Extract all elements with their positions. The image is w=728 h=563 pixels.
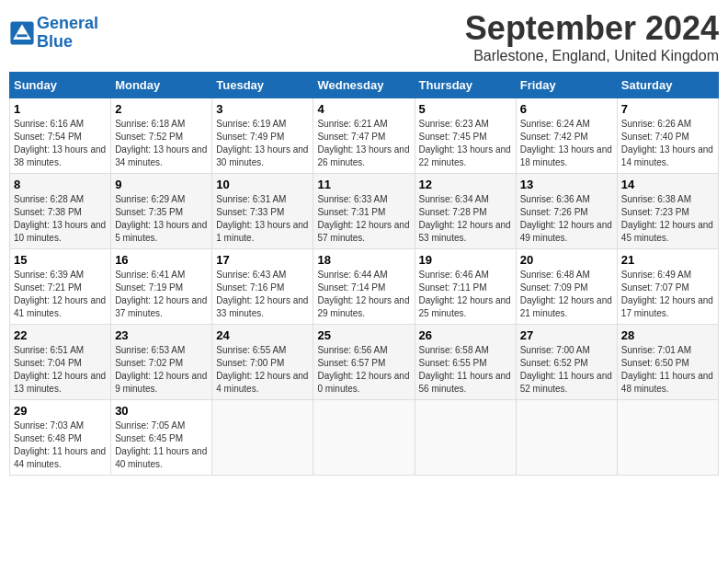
logo-blue: Blue: [37, 32, 73, 51]
day-info: Sunrise: 6:44 AM Sunset: 7:14 PM Dayligh…: [317, 269, 410, 320]
day-info: Sunrise: 6:36 AM Sunset: 7:26 PM Dayligh…: [520, 193, 613, 245]
day-number: 26: [419, 328, 512, 342]
calendar-cell: 14 Sunrise: 6:38 AM Sunset: 7:23 PM Dayl…: [617, 174, 718, 249]
day-info: Sunrise: 6:33 AM Sunset: 7:31 PM Dayligh…: [317, 193, 410, 245]
day-info: Sunrise: 6:51 AM Sunset: 7:04 PM Dayligh…: [14, 344, 107, 396]
day-number: 3: [216, 102, 309, 116]
week-row-5: 29 Sunrise: 7:03 AM Sunset: 6:48 PM Dayl…: [10, 400, 719, 476]
day-number: 8: [14, 178, 107, 191]
day-number: 20: [520, 253, 613, 267]
day-info: Sunrise: 7:00 AM Sunset: 6:52 PM Dayligh…: [520, 344, 613, 396]
calendar-cell: 22 Sunrise: 6:51 AM Sunset: 7:04 PM Dayl…: [10, 325, 111, 400]
calendar-cell: 9 Sunrise: 6:29 AM Sunset: 7:35 PM Dayli…: [111, 174, 212, 249]
day-number: 30: [115, 404, 208, 418]
day-info: Sunrise: 6:21 AM Sunset: 7:47 PM Dayligh…: [317, 118, 410, 169]
calendar-cell: 29 Sunrise: 7:03 AM Sunset: 6:48 PM Dayl…: [10, 400, 111, 476]
logo-icon: [9, 20, 35, 46]
calendar-cell: 3 Sunrise: 6:19 AM Sunset: 7:49 PM Dayli…: [212, 98, 313, 174]
weekday-header-monday: Monday: [111, 73, 212, 98]
day-info: Sunrise: 6:41 AM Sunset: 7:19 PM Dayligh…: [115, 269, 208, 320]
weekday-header-saturday: Saturday: [617, 73, 718, 98]
day-number: 14: [621, 178, 714, 191]
day-info: Sunrise: 6:34 AM Sunset: 7:28 PM Dayligh…: [419, 193, 512, 245]
calendar-cell: 30 Sunrise: 7:05 AM Sunset: 6:45 PM Dayl…: [111, 400, 212, 476]
day-number: 10: [216, 178, 309, 191]
calendar-cell: 26 Sunrise: 6:58 AM Sunset: 6:55 PM Dayl…: [415, 325, 516, 400]
calendar-cell: [617, 400, 718, 476]
calendar-cell: 20 Sunrise: 6:48 AM Sunset: 7:09 PM Dayl…: [516, 249, 617, 325]
day-number: 28: [621, 328, 714, 342]
day-info: Sunrise: 6:24 AM Sunset: 7:42 PM Dayligh…: [520, 118, 613, 169]
weekday-header-wednesday: Wednesday: [313, 73, 415, 98]
calendar-cell: 8 Sunrise: 6:28 AM Sunset: 7:38 PM Dayli…: [10, 174, 111, 249]
day-number: 16: [115, 253, 208, 267]
calendar-cell: 2 Sunrise: 6:18 AM Sunset: 7:52 PM Dayli…: [111, 98, 212, 174]
weekday-header-sunday: Sunday: [10, 73, 111, 98]
svg-rect-2: [17, 34, 27, 37]
day-info: Sunrise: 6:43 AM Sunset: 7:16 PM Dayligh…: [216, 269, 309, 320]
location: Barlestone, England, United Kingdom: [465, 48, 719, 64]
day-info: Sunrise: 6:58 AM Sunset: 6:55 PM Dayligh…: [419, 344, 512, 396]
day-number: 22: [14, 328, 107, 342]
day-number: 18: [317, 253, 410, 267]
week-row-3: 15 Sunrise: 6:39 AM Sunset: 7:21 PM Dayl…: [10, 249, 719, 325]
day-info: Sunrise: 6:39 AM Sunset: 7:21 PM Dayligh…: [14, 269, 107, 320]
day-info: Sunrise: 6:16 AM Sunset: 7:54 PM Dayligh…: [14, 118, 107, 169]
day-number: 7: [621, 102, 714, 116]
calendar-cell: [415, 400, 516, 476]
calendar-cell: [212, 400, 313, 476]
day-info: Sunrise: 6:55 AM Sunset: 7:00 PM Dayligh…: [216, 344, 309, 396]
calendar-cell: 11 Sunrise: 6:33 AM Sunset: 7:31 PM Dayl…: [313, 174, 415, 249]
calendar-cell: 4 Sunrise: 6:21 AM Sunset: 7:47 PM Dayli…: [313, 98, 415, 174]
day-info: Sunrise: 6:46 AM Sunset: 7:11 PM Dayligh…: [419, 269, 512, 320]
day-info: Sunrise: 6:31 AM Sunset: 7:33 PM Dayligh…: [216, 193, 309, 245]
day-info: Sunrise: 6:19 AM Sunset: 7:49 PM Dayligh…: [216, 118, 309, 169]
calendar-cell: 19 Sunrise: 6:46 AM Sunset: 7:11 PM Dayl…: [415, 249, 516, 325]
calendar-cell: 21 Sunrise: 6:49 AM Sunset: 7:07 PM Dayl…: [617, 249, 718, 325]
calendar-cell: 18 Sunrise: 6:44 AM Sunset: 7:14 PM Dayl…: [313, 249, 415, 325]
calendar-cell: 23 Sunrise: 6:53 AM Sunset: 7:02 PM Dayl…: [111, 325, 212, 400]
calendar-cell: 25 Sunrise: 6:56 AM Sunset: 6:57 PM Dayl…: [313, 325, 415, 400]
calendar-cell: 16 Sunrise: 6:41 AM Sunset: 7:19 PM Dayl…: [111, 249, 212, 325]
weekday-header-thursday: Thursday: [415, 73, 516, 98]
logo: General Blue: [9, 15, 98, 52]
day-number: 13: [520, 178, 613, 191]
day-info: Sunrise: 6:53 AM Sunset: 7:02 PM Dayligh…: [115, 344, 208, 396]
day-number: 2: [115, 102, 208, 116]
day-number: 12: [419, 178, 512, 191]
calendar-cell: 24 Sunrise: 6:55 AM Sunset: 7:00 PM Dayl…: [212, 325, 313, 400]
day-number: 24: [216, 328, 309, 342]
day-info: Sunrise: 6:26 AM Sunset: 7:40 PM Dayligh…: [621, 118, 714, 169]
day-info: Sunrise: 6:49 AM Sunset: 7:07 PM Dayligh…: [621, 269, 714, 320]
day-info: Sunrise: 6:38 AM Sunset: 7:23 PM Dayligh…: [621, 193, 714, 245]
day-number: 6: [520, 102, 613, 116]
day-number: 21: [621, 253, 714, 267]
header: General Blue September 2024 Barlestone, …: [9, 9, 719, 64]
weekday-header-friday: Friday: [516, 73, 617, 98]
calendar-cell: 27 Sunrise: 7:00 AM Sunset: 6:52 PM Dayl…: [516, 325, 617, 400]
calendar-cell: 28 Sunrise: 7:01 AM Sunset: 6:50 PM Dayl…: [617, 325, 718, 400]
day-number: 15: [14, 253, 107, 267]
logo-general: General: [37, 14, 98, 32]
calendar-cell: [313, 400, 415, 476]
day-number: 17: [216, 253, 309, 267]
calendar-cell: 7 Sunrise: 6:26 AM Sunset: 7:40 PM Dayli…: [617, 98, 718, 174]
calendar-cell: 5 Sunrise: 6:23 AM Sunset: 7:45 PM Dayli…: [415, 98, 516, 174]
day-number: 1: [14, 102, 107, 116]
day-info: Sunrise: 6:18 AM Sunset: 7:52 PM Dayligh…: [115, 118, 208, 169]
day-info: Sunrise: 7:05 AM Sunset: 6:45 PM Dayligh…: [115, 419, 208, 471]
weekday-header-row: SundayMondayTuesdayWednesdayThursdayFrid…: [10, 73, 719, 98]
logo-text: General Blue: [37, 15, 98, 52]
day-number: 19: [419, 253, 512, 267]
day-number: 29: [14, 404, 107, 418]
day-info: Sunrise: 6:48 AM Sunset: 7:09 PM Dayligh…: [520, 269, 613, 320]
day-number: 25: [317, 328, 410, 342]
day-number: 11: [317, 178, 410, 191]
calendar-cell: 6 Sunrise: 6:24 AM Sunset: 7:42 PM Dayli…: [516, 98, 617, 174]
calendar-table: SundayMondayTuesdayWednesdayThursdayFrid…: [9, 72, 719, 476]
day-number: 9: [115, 178, 208, 191]
weekday-header-tuesday: Tuesday: [212, 73, 313, 98]
day-info: Sunrise: 7:01 AM Sunset: 6:50 PM Dayligh…: [621, 344, 714, 396]
day-number: 5: [419, 102, 512, 116]
calendar-cell: 10 Sunrise: 6:31 AM Sunset: 7:33 PM Dayl…: [212, 174, 313, 249]
